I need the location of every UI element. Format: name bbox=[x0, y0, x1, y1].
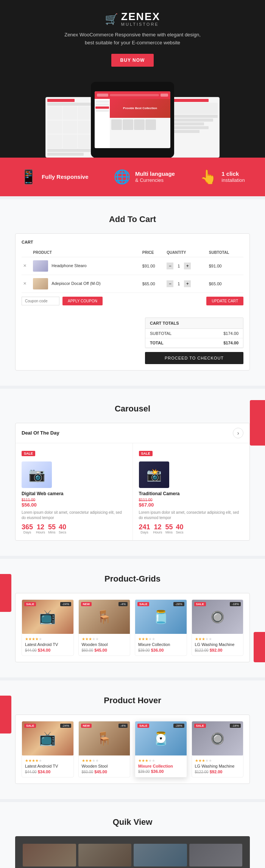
sale-badge: SALE bbox=[194, 724, 206, 728]
remove-icon[interactable]: ✕ bbox=[23, 263, 26, 268]
product-card-info: ★★★★★ Mixure Collection $39.00 $36.00 bbox=[135, 755, 187, 777]
red-accent-right bbox=[254, 632, 265, 662]
product-thumbnail bbox=[33, 260, 48, 272]
days-value: 241 bbox=[139, 524, 150, 530]
days-counter: 241 Days bbox=[139, 524, 150, 534]
sale-badge: NEW bbox=[81, 602, 92, 606]
quick-view-title: Quik View bbox=[8, 817, 257, 827]
days-counter: 365 Days bbox=[22, 524, 33, 534]
red-accent-decoration bbox=[250, 400, 265, 446]
carousel-box: Deal Of The Day › SALE 📷 Digital Web cam… bbox=[15, 423, 250, 541]
screen-left bbox=[45, 97, 95, 158]
product-price: $65.00 bbox=[141, 275, 165, 292]
language-icon: 🌐 bbox=[114, 169, 131, 185]
product-price: $60.00 $45.00 bbox=[82, 648, 127, 652]
price-old: $111.00 bbox=[139, 498, 244, 502]
product-price: $39.00 $36.00 bbox=[138, 648, 184, 652]
product-name: Digital Web camera bbox=[22, 491, 126, 496]
apply-coupon-button[interactable]: APPLY COUPON bbox=[62, 297, 103, 305]
carousel-item: SALE 📸 Traditional Camera $111.00 $67.00… bbox=[133, 443, 250, 540]
feature-install-subtitle: installation bbox=[221, 177, 245, 183]
subtotal-value: $174.00 bbox=[223, 331, 238, 336]
product-card-image: 🫙 SALE -28% bbox=[135, 600, 187, 634]
mins-counter: 55 Mins bbox=[165, 524, 173, 534]
discount-badge: -18% bbox=[230, 724, 241, 728]
qty-increase[interactable]: + bbox=[184, 280, 191, 287]
cart-table: PRODUCT PRICE QUANTITY SUBTOTAL ✕ Headph… bbox=[22, 248, 243, 293]
product-price: $91.00 bbox=[141, 257, 165, 275]
mins-counter: 55 Mins bbox=[48, 524, 56, 534]
feature-responsive-title: Fully Responsive bbox=[42, 174, 88, 180]
discount-badge: -28% bbox=[173, 724, 184, 728]
quickview-overlay: Latest Android TV ★★★★★ Let at $34.00 Lo… bbox=[15, 836, 250, 868]
product-grids-section: Product-Grids SALE -24% ★★★★★ Latest And… bbox=[0, 559, 265, 677]
feature-install: 👆 1 click installation bbox=[200, 169, 245, 185]
table-row: ✕ Headphone Stearo $91.00 − 1 + $91.00 bbox=[22, 257, 243, 275]
wishlist-icon[interactable]: ♥ bbox=[156, 734, 165, 743]
col-quantity: QUANTITY bbox=[165, 248, 207, 257]
bg-card bbox=[23, 844, 76, 866]
hover-box: SALE -24% ★★★★★ Latest Android TV $44.00… bbox=[15, 715, 250, 784]
features-strip: 📱 Fully Responsive 🌐 Multi language & Cu… bbox=[0, 158, 265, 196]
total-value: $174.00 bbox=[223, 341, 238, 345]
qty-increase[interactable]: + bbox=[184, 263, 191, 269]
hero-screens: Provide Best Collection bbox=[8, 74, 257, 158]
product-image: 📷 bbox=[22, 461, 52, 488]
sale-badge: SALE bbox=[139, 451, 153, 456]
product-grid: SALE -24% ★★★★★ Latest Android TV $44.00… bbox=[22, 599, 243, 656]
countdown: 365 Days 12 Hours 55 Mins 40 Secs bbox=[22, 524, 126, 534]
coupon-input[interactable] bbox=[22, 297, 59, 305]
star-rating: ★★★★★ bbox=[25, 759, 70, 763]
mins-value: 55 bbox=[165, 524, 173, 530]
carousel-header: Deal Of The Day › bbox=[16, 423, 249, 443]
qty-decrease[interactable]: − bbox=[167, 263, 173, 269]
discount-badge: -28% bbox=[173, 602, 184, 606]
product-hover-section: Product Hover SALE -24% ★★★★★ Latest And… bbox=[0, 680, 265, 799]
carousel-item: SALE 📷 Digital Web camera $111.00 $56.00… bbox=[16, 443, 133, 540]
product-hover-grid: SALE -24% ★★★★★ Latest Android TV $44.00… bbox=[22, 721, 243, 777]
product-name: Headphone Stearo bbox=[51, 263, 86, 268]
product-name: Adepiscor Docat Off (M-D) bbox=[51, 281, 100, 286]
brand-name: ZENEX bbox=[121, 11, 160, 22]
carousel-items: SALE 📷 Digital Web camera $111.00 $56.00… bbox=[16, 443, 249, 540]
product-name: LG Washing Machine bbox=[195, 764, 240, 768]
carousel-section: Carousel Deal Of The Day › SALE 📷 Digita… bbox=[0, 389, 265, 556]
product-card-image: SALE -18% bbox=[192, 721, 243, 755]
days-label: Days bbox=[140, 530, 148, 534]
countdown: 241 Days 12 Hours 55 Mins 40 Secs bbox=[139, 524, 244, 534]
feature-responsive: 📱 Fully Responsive bbox=[20, 169, 88, 185]
deal-title: Deal Of The Day bbox=[22, 430, 59, 436]
product-card: 🫙 SALE -28% ★★★★★ Mixure Collection $39.… bbox=[135, 599, 187, 656]
screen-right bbox=[170, 97, 220, 158]
hours-label: Hours bbox=[36, 530, 45, 534]
carousel-next-button[interactable]: › bbox=[233, 428, 243, 438]
hover-product-card[interactable]: 🪑 NEW -4% ★★★★★ Wooden Stool $60.00 $45.… bbox=[78, 721, 131, 777]
subtotal-label: SUBTOTAL bbox=[150, 331, 171, 336]
bg-card bbox=[78, 844, 132, 866]
hover-product-card-active[interactable]: 🫙 SALE -28% ♥ ★★★★★ Mixure Collection $3… bbox=[135, 721, 187, 777]
star-rating: ★★★★★ bbox=[138, 759, 184, 763]
brand-tagline: Multistore bbox=[121, 22, 159, 27]
star-rating: ★★★★★ bbox=[82, 759, 127, 763]
hover-product-card[interactable]: SALE -18% ★★★★★ LG Washing Machine $122.… bbox=[192, 721, 244, 777]
hover-product-card[interactable]: SALE -24% ★★★★★ Latest Android TV $44.00… bbox=[22, 721, 74, 777]
checkout-button[interactable]: PROCEED TO CHECKOUT bbox=[145, 352, 243, 364]
install-icon: 👆 bbox=[200, 169, 217, 185]
responsive-icon: 📱 bbox=[20, 169, 37, 185]
hero-section: 🛒 ZENEX Multistore Zenex WooCommerce Res… bbox=[0, 0, 265, 158]
product-subtotal: $91.00 bbox=[207, 257, 243, 275]
product-name: Wooden Stool bbox=[82, 642, 127, 647]
update-cart-button[interactable]: UPDATE CART bbox=[206, 297, 243, 305]
col-subtotal: SUBTOTAL bbox=[207, 248, 243, 257]
qty-decrease[interactable]: − bbox=[167, 280, 173, 287]
buy-now-button[interactable]: BUY NOW bbox=[111, 54, 154, 67]
discount-badge: -18% bbox=[230, 602, 241, 606]
hours-value: 12 bbox=[37, 524, 44, 530]
hours-value: 12 bbox=[154, 524, 162, 530]
product-grids-title: Product-Grids bbox=[8, 574, 257, 584]
bg-card bbox=[134, 844, 187, 866]
remove-icon[interactable]: ✕ bbox=[23, 281, 26, 286]
secs-value: 40 bbox=[59, 524, 66, 530]
product-price: $44.00 $34.00 bbox=[25, 769, 70, 774]
hours-counter: 12 Hours bbox=[153, 524, 162, 534]
